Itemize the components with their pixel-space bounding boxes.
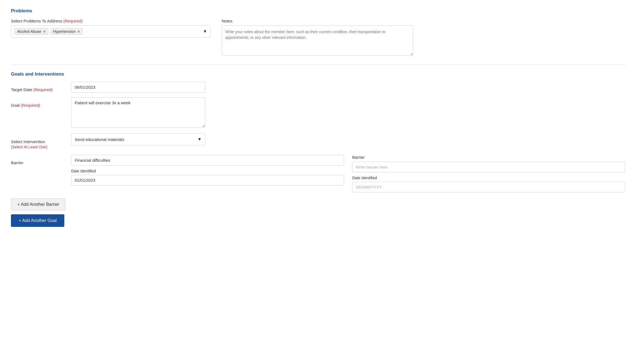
- barrier-2-date-label: Date Identified: [352, 176, 625, 180]
- barrier-1: Date Identified: [71, 155, 344, 192]
- target-date-required: (Required): [33, 87, 53, 92]
- remove-alcohol-abuse[interactable]: ✕: [43, 30, 46, 34]
- barrier-1-date-input[interactable]: [71, 175, 344, 186]
- goal-textarea[interactable]: Patient will exercise 3x a week: [71, 97, 205, 128]
- barrier-section-label: Barrier: [11, 158, 71, 165]
- barrier-2-label: Barrier: [352, 155, 625, 160]
- problems-dropdown[interactable]: Alcohol Abuse ✕ Hypertension ✕ ▼: [11, 25, 211, 37]
- goals-section: Goals and Interventions Target Date (Req…: [11, 71, 625, 227]
- tag-alcohol-abuse: Alcohol Abuse ✕: [15, 28, 48, 35]
- barrier-2: Barrier Date Identified: [352, 155, 625, 192]
- target-date-row: Target Date (Required): [11, 82, 625, 93]
- add-barrier-button[interactable]: + Add Another Barrier: [11, 198, 65, 210]
- goal-required: (Required): [21, 103, 40, 108]
- intervention-chevron-icon: ▼: [197, 137, 202, 142]
- barriers-container: Date Identified Barrier Date Identified: [71, 155, 625, 192]
- notes-textarea[interactable]: [222, 25, 413, 56]
- intervention-label: Select Intervention (Select At Least One…: [11, 136, 71, 150]
- intervention-required: (Select At Least One): [11, 145, 71, 150]
- intervention-row: Select Intervention (Select At Least One…: [11, 133, 625, 150]
- tags-container: Alcohol Abuse ✕ Hypertension ✕: [15, 28, 83, 35]
- goals-title: Goals and Interventions: [11, 71, 625, 77]
- barrier-section: Barrier Date Identified Barrier: [11, 155, 625, 192]
- select-problems-label: Select Problems To Address (Required): [11, 19, 211, 23]
- problems-required: (Required): [63, 19, 83, 23]
- notes-label: Notes: [222, 19, 413, 23]
- tag-hypertension: Hypertension ✕: [51, 28, 83, 35]
- target-date-label: Target Date (Required): [11, 85, 71, 92]
- add-goal-button[interactable]: + Add Another Goal: [11, 214, 64, 227]
- barrier-2-date-input[interactable]: [352, 182, 625, 192]
- target-date-input[interactable]: [71, 82, 205, 93]
- goal-row: Goal (Required) Patient will exercise 3x…: [11, 97, 625, 128]
- section-divider: [11, 65, 625, 65]
- barrier-2-input[interactable]: [352, 162, 625, 172]
- barrier-1-input[interactable]: [71, 155, 344, 166]
- problems-title: Problems: [11, 8, 625, 14]
- goal-label: Goal (Required): [11, 100, 71, 108]
- remove-hypertension[interactable]: ✕: [77, 30, 80, 34]
- chevron-down-icon: ▼: [203, 29, 207, 34]
- intervention-dropdown[interactable]: Send educational materials ▼: [71, 133, 205, 145]
- intervention-value: Send educational materials: [75, 137, 124, 142]
- barrier-1-date-label: Date Identified: [71, 169, 344, 173]
- problems-section: Problems Select Problems To Address (Req…: [11, 8, 625, 56]
